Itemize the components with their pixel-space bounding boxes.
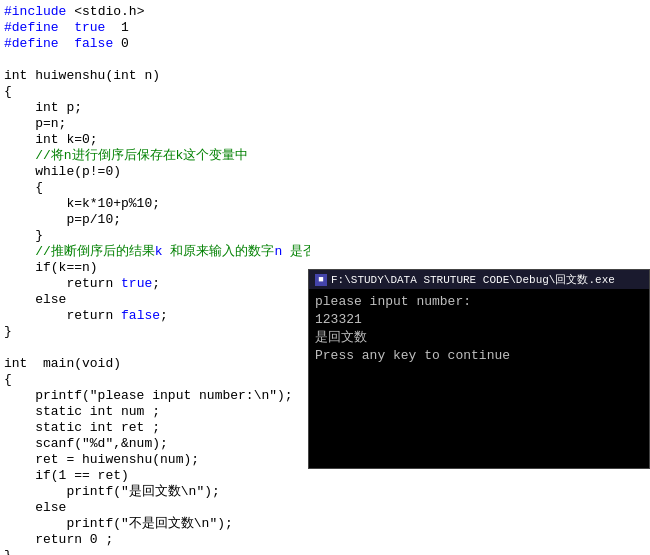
code-line-15: }: [4, 228, 306, 244]
code-line-3: #define false 0: [4, 36, 306, 52]
code-line-22: [4, 340, 306, 356]
code-line-32: else: [4, 500, 306, 516]
code-line-16: //推断倒序后的结果k 和原来输入的数字n 是否相等，相等返回true: [4, 244, 306, 260]
code-line-6: {: [4, 84, 306, 100]
terminal-title: F:\STUDY\DATA STRUTURE CODE\Debug\回文数.ex…: [331, 272, 615, 287]
code-line-8: p=n;: [4, 116, 306, 132]
code-line-31: printf("是回文数\n");: [4, 484, 306, 500]
code-line-19: else: [4, 292, 306, 308]
code-line-23: int main(void): [4, 356, 306, 372]
term-line-2: 123321: [315, 311, 643, 329]
code-line-34: return 0 ;: [4, 532, 306, 548]
term-line-4: Press any key to continue: [315, 347, 643, 365]
code-line-27: static int ret ;: [4, 420, 306, 436]
code-line-5: int huiwenshu(int n): [4, 68, 306, 84]
code-editor: #include <stdio.h> #define true 1 #defin…: [0, 0, 310, 555]
term-line-1: please input number:: [315, 293, 643, 311]
terminal-body: please input number: 123321 是回文数 Press a…: [309, 289, 649, 468]
code-line-29: ret = huiwenshu(num);: [4, 452, 306, 468]
code-line-10: //将n进行倒序后保存在k这个变量中: [4, 148, 306, 164]
code-line-2: #define true 1: [4, 20, 306, 36]
code-line-28: scanf("%d",&num);: [4, 436, 306, 452]
code-line-26: static int num ;: [4, 404, 306, 420]
code-line-18: return true;: [4, 276, 306, 292]
code-line-24: {: [4, 372, 306, 388]
code-line-25: printf("please input number:\n");: [4, 388, 306, 404]
code-line-4: [4, 52, 306, 68]
code-line-33: printf("不是回文数\n");: [4, 516, 306, 532]
terminal-window: ■ F:\STUDY\DATA STRUTURE CODE\Debug\回文数.…: [308, 269, 650, 469]
terminal-titlebar: ■ F:\STUDY\DATA STRUTURE CODE\Debug\回文数.…: [309, 270, 649, 289]
code-line-30: if(1 == ret): [4, 468, 306, 484]
term-line-3: 是回文数: [315, 329, 643, 347]
code-line-14: p=p/10;: [4, 212, 306, 228]
code-line-9: int k=0;: [4, 132, 306, 148]
code-line-1: #include <stdio.h>: [4, 4, 306, 20]
code-line-20: return false;: [4, 308, 306, 324]
code-line-13: k=k*10+p%10;: [4, 196, 306, 212]
code-line-17: if(k==n): [4, 260, 306, 276]
code-line-7: int p;: [4, 100, 306, 116]
code-line-21: }: [4, 324, 306, 340]
code-line-35: }: [4, 548, 306, 555]
code-line-11: while(p!=0): [4, 164, 306, 180]
terminal-app-icon: ■: [315, 274, 327, 286]
main-container: #include <stdio.h> #define true 1 #defin…: [0, 0, 650, 555]
code-line-12: {: [4, 180, 306, 196]
